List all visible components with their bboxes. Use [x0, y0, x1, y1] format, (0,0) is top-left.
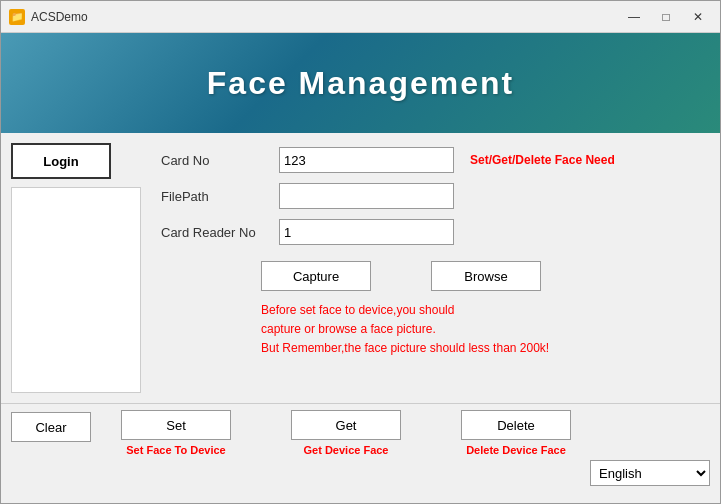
language-row: English Chinese — [11, 460, 710, 486]
get-group: Get Get Device Face — [291, 410, 401, 456]
delete-button[interactable]: Delete — [461, 410, 571, 440]
delete-group: Delete Delete Device Face — [461, 410, 571, 456]
window-controls: — □ ✕ — [620, 7, 712, 27]
card-no-row: Card No Set/Get/Delete Face Need — [161, 147, 710, 173]
browse-button[interactable]: Browse — [431, 261, 541, 291]
left-panel: Login — [11, 143, 151, 393]
warning-line-1: Before set face to device,you should — [261, 301, 710, 320]
hint-text: Set/Get/Delete Face Need — [470, 153, 615, 167]
maximize-button[interactable]: □ — [652, 7, 680, 27]
filepath-label: FilePath — [161, 189, 271, 204]
get-button[interactable]: Get — [291, 410, 401, 440]
capture-browse-row: Capture Browse — [261, 261, 710, 291]
face-preview — [11, 187, 141, 393]
app-title: ACSDemo — [31, 10, 620, 24]
close-button[interactable]: ✕ — [684, 7, 712, 27]
clear-button[interactable]: Clear — [11, 412, 91, 442]
page-title: Face Management — [207, 65, 514, 102]
capture-button[interactable]: Capture — [261, 261, 371, 291]
filepath-input[interactable] — [279, 183, 454, 209]
device-actions: Set Set Face To Device Get Get Device Fa… — [121, 410, 710, 456]
delete-device-label: Delete Device Face — [466, 444, 566, 456]
warning-line-3: But Remember,the face picture should les… — [261, 339, 710, 358]
login-button[interactable]: Login — [11, 143, 111, 179]
bottom-bar: Clear Set Set Face To Device Get Get Dev… — [1, 403, 720, 503]
bottom-actions: Clear Set Set Face To Device Get Get Dev… — [11, 410, 710, 456]
card-no-label: Card No — [161, 153, 271, 168]
app-icon: 📁 — [9, 9, 25, 25]
title-bar: 📁 ACSDemo — □ ✕ — [1, 1, 720, 33]
warning-text: Before set face to device,you should cap… — [261, 301, 710, 359]
minimize-button[interactable]: — — [620, 7, 648, 27]
card-reader-row: Card Reader No — [161, 219, 710, 245]
content-area: Login Card No Set/Get/Delete Face Need F… — [1, 133, 720, 403]
language-select[interactable]: English Chinese — [590, 460, 710, 486]
set-device-label: Set Face To Device — [126, 444, 225, 456]
right-panel: Card No Set/Get/Delete Face Need FilePat… — [161, 143, 710, 393]
card-no-input[interactable] — [279, 147, 454, 173]
get-device-label: Get Device Face — [304, 444, 389, 456]
card-reader-label: Card Reader No — [161, 225, 271, 240]
set-group: Set Set Face To Device — [121, 410, 231, 456]
card-reader-input[interactable] — [279, 219, 454, 245]
main-window: 📁 ACSDemo — □ ✕ Face Management Login Ca… — [0, 0, 721, 504]
warning-line-2: capture or browse a face picture. — [261, 320, 710, 339]
header-banner: Face Management — [1, 33, 720, 133]
filepath-row: FilePath — [161, 183, 710, 209]
set-button[interactable]: Set — [121, 410, 231, 440]
